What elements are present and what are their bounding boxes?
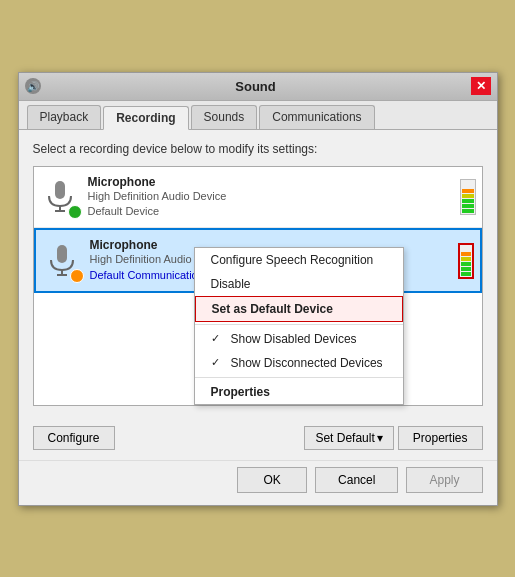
device-detail1-1: High Definition Audio Device — [88, 189, 452, 204]
close-button[interactable]: ✕ — [471, 77, 491, 95]
tab-sounds[interactable]: Sounds — [191, 105, 258, 129]
device-info-1: Microphone High Definition Audio Device … — [88, 175, 452, 220]
level-meter-1 — [460, 179, 476, 215]
context-item-show-disabled[interactable]: ✓ Show Disabled Devices — [195, 327, 403, 351]
properties-button[interactable]: Properties — [398, 426, 483, 450]
status-badge-1 — [68, 205, 82, 219]
dialog-buttons: OK Cancel Apply — [19, 460, 497, 505]
cancel-button[interactable]: Cancel — [315, 467, 398, 493]
context-divider-1 — [195, 324, 403, 325]
context-menu: Configure Speech Recognition Disable Set… — [194, 247, 404, 405]
bottom-buttons: Configure Set Default ▾ Properties — [19, 418, 497, 456]
ok-button[interactable]: OK — [237, 467, 307, 493]
context-item-configure[interactable]: Configure Speech Recognition — [195, 248, 403, 272]
device-icon-2 — [42, 241, 82, 281]
device-icon-1 — [40, 177, 80, 217]
configure-button[interactable]: Configure — [33, 426, 115, 450]
device-detail2-1: Default Device — [88, 204, 452, 219]
context-item-show-disconnected[interactable]: ✓ Show Disconnected Devices — [195, 351, 403, 375]
svg-rect-0 — [55, 181, 65, 199]
tab-communications[interactable]: Communications — [259, 105, 374, 129]
instruction-text: Select a recording device below to modif… — [33, 142, 483, 156]
context-item-disable[interactable]: Disable — [195, 272, 403, 296]
dropdown-arrow-icon: ▾ — [377, 431, 383, 445]
title-bar: 🔊 Sound ✕ — [19, 73, 497, 101]
level-meter-2 — [458, 243, 474, 279]
window-title: Sound — [41, 79, 471, 94]
tab-content: Select a recording device below to modif… — [19, 130, 497, 418]
status-badge-2 — [70, 269, 84, 283]
right-buttons: Set Default ▾ Properties — [304, 426, 482, 450]
device-item-1[interactable]: Microphone High Definition Audio Device … — [34, 167, 482, 229]
sound-window: 🔊 Sound ✕ Playback Recording Sounds Comm… — [18, 72, 498, 506]
device-name-1: Microphone — [88, 175, 452, 189]
apply-button[interactable]: Apply — [406, 467, 482, 493]
tab-recording[interactable]: Recording — [103, 106, 188, 130]
svg-rect-3 — [57, 245, 67, 263]
window-icon: 🔊 — [25, 78, 41, 94]
set-default-button[interactable]: Set Default ▾ — [304, 426, 393, 450]
context-item-set-default[interactable]: Set as Default Device — [195, 296, 403, 322]
set-default-label: Set Default — [315, 431, 374, 445]
device-list: Microphone High Definition Audio Device … — [33, 166, 483, 406]
context-item-properties[interactable]: Properties — [195, 380, 403, 404]
tab-bar: Playback Recording Sounds Communications — [19, 101, 497, 130]
context-divider-2 — [195, 377, 403, 378]
tab-playback[interactable]: Playback — [27, 105, 102, 129]
